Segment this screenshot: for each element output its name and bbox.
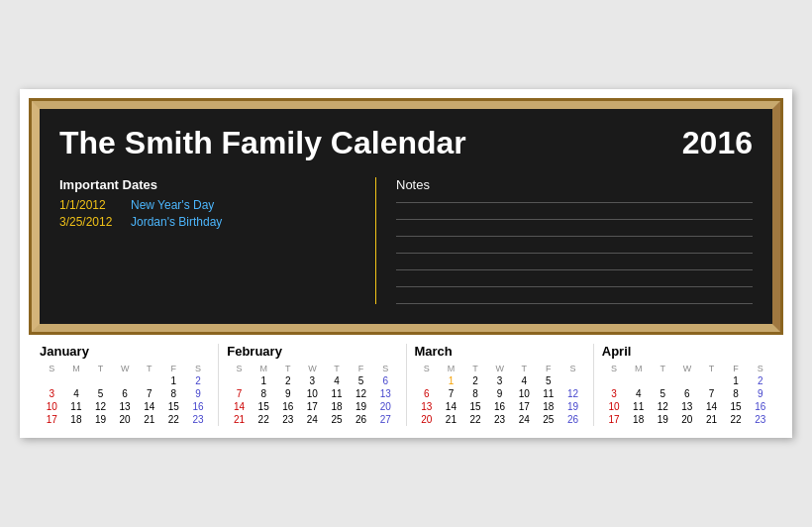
apr-r2c1: 3 bbox=[602, 387, 627, 400]
date-desc-1: New Year's Day bbox=[131, 198, 214, 212]
jan-h-t1: T bbox=[88, 363, 113, 374]
apr-r4c7: 23 bbox=[748, 413, 772, 426]
april-title: April bbox=[602, 344, 772, 359]
feb-r2c1: 7 bbox=[227, 387, 252, 400]
mar-r3c5: 17 bbox=[512, 400, 537, 413]
apr-r3c1: 10 bbox=[602, 400, 627, 413]
march-title: March bbox=[415, 344, 585, 359]
jan-r1c7: 2 bbox=[186, 374, 211, 387]
feb-h-s1: S bbox=[227, 363, 252, 374]
date-desc-2: Jordan's Birthday bbox=[131, 215, 222, 229]
feb-r2c6: 12 bbox=[349, 387, 373, 400]
feb-r4c1: 21 bbox=[227, 413, 252, 426]
apr-r2c6: 8 bbox=[724, 387, 749, 400]
feb-r1c4: 3 bbox=[300, 374, 325, 387]
april-grid: S M T W T F S 1 2 3 bbox=[602, 363, 772, 426]
apr-r1c7: 2 bbox=[748, 374, 772, 387]
mar-r3c2: 14 bbox=[439, 400, 463, 413]
mar-r1c5: 4 bbox=[512, 374, 537, 387]
jan-r3c1: 10 bbox=[40, 400, 64, 413]
feb-r3c5: 18 bbox=[325, 400, 350, 413]
jan-r4c4: 20 bbox=[113, 413, 138, 426]
jan-h-w: W bbox=[113, 363, 138, 374]
january-title: January bbox=[40, 344, 210, 359]
jan-h-s2: S bbox=[186, 363, 211, 374]
date-value-1: 1/1/2012 bbox=[59, 198, 119, 212]
jan-r1c2 bbox=[64, 374, 89, 387]
january-grid: S M T W T F S 1 2 3 bbox=[40, 363, 210, 426]
jan-r4c2: 18 bbox=[64, 413, 89, 426]
jan-r2c2: 4 bbox=[64, 387, 89, 400]
page: The Smith Family Calendar 2016 Important… bbox=[20, 89, 792, 438]
apr-h-t1: T bbox=[651, 363, 675, 374]
april-calendar: April S M T W T F S 1 bbox=[594, 344, 780, 426]
feb-r2c2: 8 bbox=[252, 387, 276, 400]
calendars-section: January S M T W T F S 1 bbox=[20, 332, 792, 438]
notes-line-7 bbox=[396, 303, 753, 304]
feb-r4c5: 25 bbox=[325, 413, 350, 426]
jan-r2c4: 6 bbox=[113, 387, 138, 400]
mar-r2c5: 10 bbox=[512, 387, 537, 400]
feb-r4c4: 24 bbox=[300, 413, 325, 426]
mar-r4c2: 21 bbox=[439, 413, 463, 426]
date-entry-2: 3/25/2012 Jordan's Birthday bbox=[59, 215, 355, 229]
apr-r1c5 bbox=[699, 374, 724, 387]
apr-r1c1 bbox=[602, 374, 627, 387]
mar-h-t1: T bbox=[463, 363, 488, 374]
apr-r3c7: 16 bbox=[748, 400, 772, 413]
february-grid: S M T W T F S 1 2 3 4 5 6 bbox=[227, 363, 397, 426]
notes-section: Notes bbox=[376, 177, 753, 304]
feb-r3c3: 16 bbox=[275, 400, 300, 413]
notes-line-5 bbox=[396, 269, 753, 270]
mar-r3c7: 19 bbox=[560, 400, 585, 413]
jan-h-s1: S bbox=[40, 363, 64, 374]
mar-h-t2: T bbox=[512, 363, 537, 374]
mar-r2c3: 8 bbox=[463, 387, 488, 400]
mar-r3c6: 18 bbox=[537, 400, 561, 413]
mar-r3c4: 16 bbox=[487, 400, 512, 413]
jan-r3c3: 12 bbox=[88, 400, 113, 413]
jan-r3c6: 15 bbox=[161, 400, 186, 413]
apr-r4c3: 19 bbox=[651, 413, 675, 426]
notes-title: Notes bbox=[396, 177, 753, 192]
jan-r2c6: 8 bbox=[161, 387, 186, 400]
apr-r1c3 bbox=[651, 374, 675, 387]
apr-r2c3: 5 bbox=[651, 387, 675, 400]
feb-r1c6: 5 bbox=[349, 374, 373, 387]
jan-r3c5: 14 bbox=[137, 400, 161, 413]
mar-r1c1 bbox=[415, 374, 440, 387]
march-grid: S M T W T F S 1 2 3 4 5 bbox=[415, 363, 585, 426]
jan-h-f: F bbox=[161, 363, 186, 374]
feb-h-t2: T bbox=[325, 363, 350, 374]
jan-h-t2: T bbox=[137, 363, 161, 374]
apr-h-m: M bbox=[626, 363, 651, 374]
feb-r3c6: 19 bbox=[349, 400, 373, 413]
feb-r1c5: 4 bbox=[325, 374, 350, 387]
apr-r1c6: 1 bbox=[724, 374, 749, 387]
mar-h-s2: S bbox=[560, 363, 585, 374]
jan-r2c1: 3 bbox=[40, 387, 64, 400]
mar-r2c6: 11 bbox=[537, 387, 561, 400]
calendar-title: The Smith Family Calendar bbox=[59, 125, 466, 161]
mar-h-f: F bbox=[537, 363, 561, 374]
mar-r2c2: 7 bbox=[439, 387, 463, 400]
feb-r3c2: 15 bbox=[252, 400, 276, 413]
jan-r1c1 bbox=[40, 374, 64, 387]
apr-r4c6: 22 bbox=[724, 413, 749, 426]
important-dates-section: Important Dates 1/1/2012 New Year's Day … bbox=[59, 177, 376, 304]
feb-r2c5: 11 bbox=[325, 387, 350, 400]
march-calendar: March S M T W T F S 1 2 3 4 5 bbox=[407, 344, 594, 426]
apr-r3c2: 11 bbox=[626, 400, 651, 413]
january-calendar: January S M T W T F S 1 bbox=[32, 344, 219, 426]
feb-h-t1: T bbox=[275, 363, 300, 374]
mar-h-s1: S bbox=[415, 363, 440, 374]
apr-h-w: W bbox=[675, 363, 700, 374]
mar-h-m: M bbox=[439, 363, 463, 374]
date-entry-1: 1/1/2012 New Year's Day bbox=[59, 198, 355, 212]
apr-r2c4: 6 bbox=[675, 387, 700, 400]
feb-r1c1 bbox=[227, 374, 252, 387]
notes-line-6 bbox=[396, 286, 753, 287]
jan-r3c2: 11 bbox=[64, 400, 89, 413]
jan-r4c3: 19 bbox=[88, 413, 113, 426]
jan-r1c3 bbox=[88, 374, 113, 387]
